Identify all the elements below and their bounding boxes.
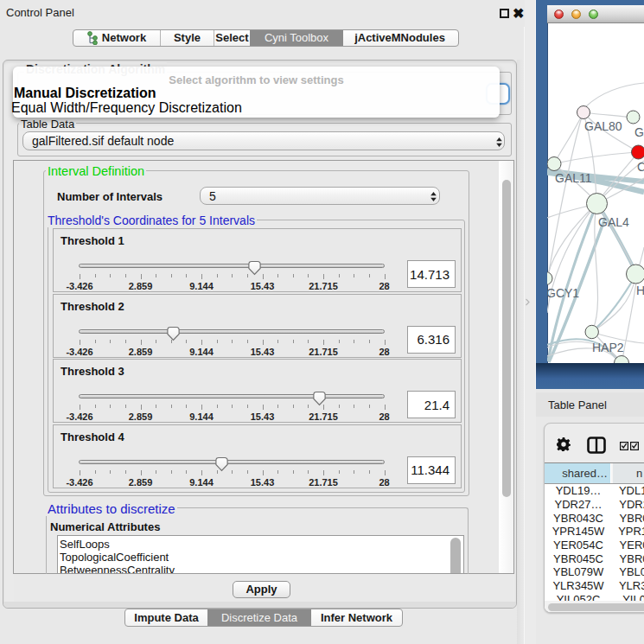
svg-text:GAL4: GAL4 — [598, 215, 629, 229]
svg-text:HAP2: HAP2 — [592, 341, 624, 354]
svg-text:GAL80: GAL80 — [584, 119, 622, 133]
svg-text:GA: GA — [634, 125, 644, 139]
svg-text:C: C — [637, 160, 644, 174]
svg-text:H: H — [636, 284, 644, 297]
svg-text:GAL11: GAL11 — [555, 171, 592, 185]
svg-text:GCY1: GCY1 — [547, 286, 579, 300]
